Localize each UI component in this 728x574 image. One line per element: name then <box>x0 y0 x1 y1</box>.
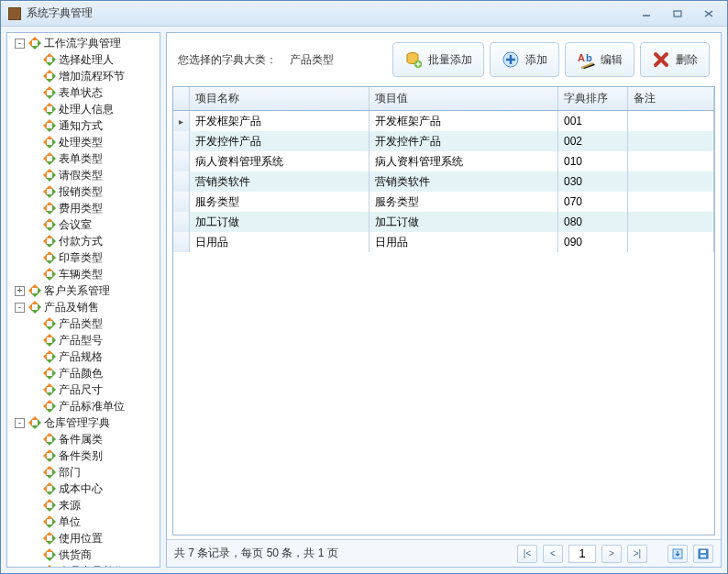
arrows-node-icon <box>43 350 56 363</box>
cell-sort: 002 <box>558 131 628 151</box>
tree-node[interactable]: 使用位置 <box>7 530 160 546</box>
col-header-sort[interactable]: 字典排序 <box>558 87 628 110</box>
toolbar-category: 产品类型 <box>290 52 354 68</box>
table-row[interactable]: ▸开发框架产品开发框架产品001 <box>173 111 714 131</box>
tree-node[interactable]: 部门 <box>7 464 160 480</box>
tree-toggle <box>29 484 39 494</box>
titlebar: 系统字典管理 <box>1 1 727 27</box>
cell-sort: 070 <box>558 192 628 212</box>
tree-node[interactable]: 备件类别 <box>7 447 160 464</box>
tree-toggle <box>29 517 39 527</box>
table-row[interactable]: 病人资料管理系统病人资料管理系统010 <box>173 151 714 171</box>
arrows-node-icon <box>43 218 56 231</box>
grid-body[interactable]: ▸开发框架产品开发框架产品001开发控件产品开发控件产品002病人资料管理系统病… <box>173 111 714 535</box>
tree-node[interactable]: +客户关系管理 <box>7 282 160 299</box>
tree-node-label: 会议室 <box>59 217 92 233</box>
tree-node[interactable]: 车辆类型 <box>7 266 160 282</box>
tree-node[interactable]: 会员产品单位 <box>7 563 160 568</box>
tree-toggle[interactable]: - <box>15 39 25 49</box>
tree-node[interactable]: 印章类型 <box>7 249 160 266</box>
tree-node[interactable]: 表单状态 <box>7 84 160 101</box>
tree-toggle[interactable]: - <box>15 303 25 313</box>
tree-node[interactable]: 报销类型 <box>7 183 160 200</box>
tree-node[interactable]: 通知方式 <box>7 117 160 134</box>
arrows-node-icon <box>43 482 56 495</box>
tree-node-label: 成本中心 <box>59 481 103 497</box>
tree-node[interactable]: 供货商 <box>7 546 160 563</box>
table-row[interactable]: 日用品日用品090 <box>173 232 714 252</box>
tree-node[interactable]: -工作流字典管理 <box>7 35 160 51</box>
col-header-remark[interactable]: 备注 <box>628 87 714 110</box>
next-page-button[interactable]: > <box>601 545 622 563</box>
tree-node-label: 通知方式 <box>59 118 103 134</box>
tree-node[interactable]: 表单类型 <box>7 150 160 167</box>
table-row[interactable]: 服务类型服务类型070 <box>173 192 714 212</box>
cell-value: 开发控件产品 <box>370 131 558 151</box>
tree-node[interactable]: 付款方式 <box>7 233 160 249</box>
svg-text:b: b <box>586 52 592 63</box>
tree-node[interactable]: 成本中心 <box>7 480 160 497</box>
cell-value: 服务类型 <box>370 192 558 212</box>
tree-node[interactable]: 选择处理人 <box>7 51 160 68</box>
tree-node[interactable]: 产品颜色 <box>7 365 160 381</box>
toolbar-prompt: 您选择的字典大类： <box>178 52 277 68</box>
tree-node[interactable]: 产品类型 <box>7 315 160 332</box>
record-info: 共 7 条记录，每页 50 条，共 1 页 <box>174 546 512 561</box>
edit-button[interactable]: Ab 编辑 <box>565 42 634 77</box>
tree-node[interactable]: 会议室 <box>7 216 160 233</box>
tree-node[interactable]: 产品型号 <box>7 332 160 348</box>
tree-node[interactable]: 来源 <box>7 497 160 513</box>
tree-node-label: 备件属类 <box>59 432 103 447</box>
tree-toggle[interactable]: + <box>15 286 25 296</box>
prev-page-button[interactable]: < <box>543 545 563 563</box>
tree-node[interactable]: 处理类型 <box>7 134 160 150</box>
tree-toggle <box>29 451 39 461</box>
batch-add-button[interactable]: 批量添加 <box>392 42 484 77</box>
arrows-node-icon <box>43 169 56 182</box>
tree-pane[interactable]: -工作流字典管理选择处理人增加流程环节表单状态处理人信息通知方式处理类型表单类型… <box>6 32 160 568</box>
cell-remark <box>628 171 714 192</box>
tree-toggle <box>29 253 39 263</box>
tree-node-label: 处理类型 <box>59 135 103 150</box>
page-input[interactable] <box>568 545 596 563</box>
tree-node-label: 单位 <box>59 514 81 530</box>
tree-toggle <box>29 319 39 329</box>
tree-node-label: 产品型号 <box>59 333 103 348</box>
tree-toggle <box>29 72 39 82</box>
add-button[interactable]: 添加 <box>490 42 559 77</box>
tree-node[interactable]: 增加流程环节 <box>7 68 160 84</box>
tree-node-label: 处理人信息 <box>59 102 114 117</box>
cell-remark <box>628 232 714 252</box>
tree-node-label: 增加流程环节 <box>59 69 125 84</box>
close-button[interactable] <box>698 6 720 21</box>
arrows-node-icon <box>28 416 41 429</box>
delete-button[interactable]: 删除 <box>640 42 710 77</box>
tree-node[interactable]: 请假类型 <box>7 167 160 183</box>
ab-edit-icon: Ab <box>577 50 595 69</box>
tree-node-label: 付款方式 <box>59 234 103 249</box>
table-row[interactable]: 加工订做加工订做080 <box>173 212 714 232</box>
tree-toggle[interactable]: - <box>15 418 25 428</box>
last-page-button[interactable]: >| <box>627 545 647 563</box>
tree-node[interactable]: 备件属类 <box>7 431 160 447</box>
maximize-button[interactable] <box>667 6 689 21</box>
tree-node[interactable]: 费用类型 <box>7 200 160 216</box>
delete-label: 删除 <box>676 52 698 68</box>
row-indicator <box>173 192 190 212</box>
export-button[interactable] <box>667 545 688 563</box>
arrows-node-icon <box>43 235 56 248</box>
tree-node[interactable]: -产品及销售 <box>7 299 160 315</box>
table-row[interactable]: 开发控件产品开发控件产品002 <box>173 131 714 151</box>
minimize-button[interactable] <box>635 6 657 21</box>
tree-node[interactable]: 产品规格 <box>7 348 160 365</box>
tree-node[interactable]: 单位 <box>7 513 160 530</box>
save-button[interactable] <box>693 545 713 563</box>
table-row[interactable]: 营销类软件营销类软件030 <box>173 171 714 192</box>
first-page-button[interactable]: |< <box>517 545 537 563</box>
col-header-name[interactable]: 项目名称 <box>190 87 370 110</box>
col-header-value[interactable]: 项目值 <box>370 87 558 110</box>
tree-node[interactable]: 处理人信息 <box>7 101 160 117</box>
tree-node[interactable]: 产品标准单位 <box>7 398 160 414</box>
tree-node[interactable]: 产品尺寸 <box>7 381 160 398</box>
tree-node[interactable]: -仓库管理字典 <box>7 414 160 431</box>
